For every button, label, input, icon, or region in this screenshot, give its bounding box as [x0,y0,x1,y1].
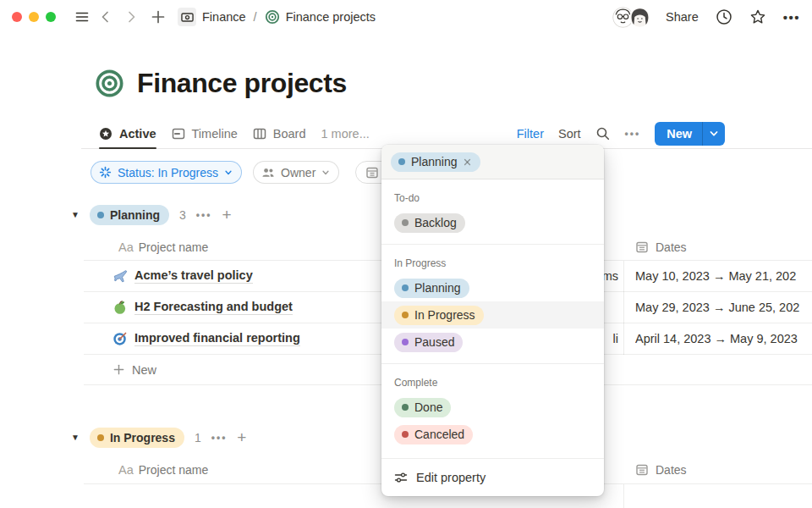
new-button[interactable]: New [655,122,725,146]
remove-tag-icon[interactable] [463,157,472,167]
option-canceled[interactable]: Canceled [381,421,604,448]
status-section-todo: To-do Backlog [381,179,604,245]
sidebar-toggle-button[interactable] [74,9,90,25]
more-options-icon[interactable]: ••• [783,10,800,25]
option-in-progress[interactable]: In Progress [381,301,604,329]
new-page-button[interactable] [151,9,166,25]
new-button-label[interactable]: New [655,127,702,141]
collapse-triangle-icon[interactable]: ▼ [71,210,80,219]
chevron-right-icon [123,9,139,25]
status-dot [402,219,409,226]
chevron-left-icon [98,9,113,25]
option-done[interactable]: Done [381,394,604,421]
dart-target-icon [112,331,128,346]
status-filter-chip[interactable]: Status: In Progress [91,161,242,184]
hidden-column-partial-text: ms [604,261,618,291]
name-column-header[interactable]: Project name [139,240,208,254]
avatar-dark-hair-woman[interactable] [629,7,650,28]
top-toolbar: Finance / Finance projects Share ••• [0,0,812,34]
status-filter-dropdown: Planning To-do Backlog In Progress Plann… [381,145,604,496]
sort-button[interactable]: Sort [558,127,581,141]
column-divider [623,261,624,355]
new-button-caret[interactable] [703,129,725,139]
dates-cell[interactable]: May 10, 2023 → May 21, 202 [635,261,812,291]
status-dot [402,312,409,318]
close-window-button[interactable] [12,12,22,22]
green-apple-icon [112,300,128,315]
status-section-in-progress: In Progress Planning In Progress Paused [381,245,604,364]
section-title: To-do [381,185,604,209]
collapse-triangle-icon[interactable]: ▼ [71,433,80,442]
tab-label: Active [119,127,156,141]
status-spinner-icon [99,166,112,179]
chevron-down-icon [709,129,719,139]
text-property-icon: Aa [118,240,134,254]
column-divider [623,484,624,508]
tab-more-views[interactable]: 1 more... [321,119,370,148]
group-more-icon[interactable]: ••• [196,209,212,221]
filter-button[interactable]: Filter [517,127,544,141]
status-dot [402,431,409,438]
forward-button[interactable] [123,9,139,25]
view-options-icon[interactable]: ••• [625,128,641,140]
chevron-down-icon [224,168,233,177]
group-header-planning: ▼ Planning 3 ••• + [71,203,232,227]
group-add-icon[interactable]: + [222,206,231,224]
group-tag-in-progress[interactable]: In Progress [90,428,184,448]
hamburger-icon [74,9,90,25]
edit-property-button[interactable]: Edit property [381,459,604,496]
dates-column-header[interactable]: Dates [656,240,687,254]
section-title: Complete [381,370,604,394]
calendar-icon [365,166,379,179]
breadcrumb-separator: / [254,10,257,24]
option-planning[interactable]: Planning [381,274,604,301]
breadcrumb-page[interactable]: Finance projects [286,10,376,24]
option-backlog[interactable]: Backlog [381,209,604,236]
group-add-icon[interactable]: + [237,428,246,447]
search-icon[interactable] [595,126,611,141]
timeline-icon [172,127,185,141]
breadcrumb-space[interactable]: Finance [202,10,246,24]
tab-timeline[interactable]: Timeline [172,119,238,148]
group-count: 1 [195,431,201,444]
status-section-complete: Complete Done Canceled [381,364,604,459]
tab-label: Timeline [192,127,238,141]
project-title[interactable]: Acme’s travel policy [134,268,253,284]
group-count: 3 [179,208,186,222]
status-dot [97,212,104,218]
updates-clock-icon[interactable] [716,8,732,25]
group-more-icon[interactable]: ••• [211,432,228,444]
minimize-window-button[interactable] [29,12,39,22]
favorite-star-icon[interactable] [749,8,766,25]
page-title: Finance projects [137,68,347,99]
dates-cell[interactable]: May 29, 2023 → June 25, 202 [635,292,812,323]
dates-cell[interactable]: April 14, 2023 → May 9, 2023 [635,323,812,354]
group-tag-planning[interactable]: Planning [90,205,169,225]
sliders-icon [394,471,408,484]
edit-property-label: Edit property [416,471,486,484]
tab-label: Board [273,127,306,141]
breadcrumb: Finance / Finance projects [178,8,376,26]
dates-column-header[interactable]: Dates [656,463,687,477]
owner-filter-chip[interactable]: Owner [253,161,339,184]
tab-active[interactable]: Active [99,119,156,148]
zoom-window-button[interactable] [46,12,56,22]
finance-space-icon [178,8,196,26]
project-title[interactable]: H2 Forecasting and budget [134,300,293,315]
plus-icon [112,363,125,376]
target-page-icon-large[interactable] [95,69,124,98]
project-title[interactable]: Improved financial reporting [134,331,300,346]
back-button[interactable] [98,9,113,25]
section-title: In Progress [381,251,604,274]
selected-tag-planning[interactable]: Planning [391,152,480,172]
text-property-icon: Aa [118,463,134,477]
name-column-header[interactable]: Project name [139,463,208,477]
option-paused[interactable]: Paused [381,329,604,356]
filter-chips-row: Status: In Progress Owner [91,161,339,184]
status-dot [402,339,409,345]
tab-board[interactable]: Board [253,119,306,148]
share-button[interactable]: Share [666,10,699,24]
option-label: Done [414,400,442,414]
status-dot [402,404,409,411]
status-filter-input[interactable]: Planning [381,145,604,179]
